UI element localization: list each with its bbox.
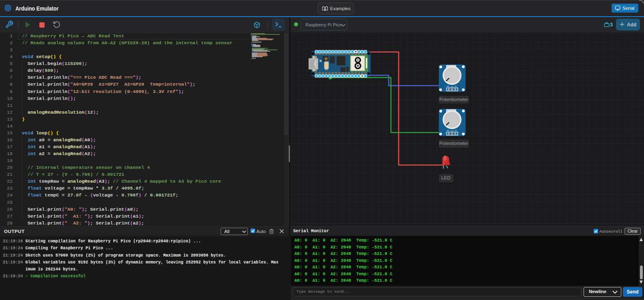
svg-text:VCC: VCC [455,130,457,132]
svg-text:GND: GND [447,130,450,132]
svg-text:VCC: VCC [455,86,457,87]
svg-text:GND: GND [447,86,450,87]
